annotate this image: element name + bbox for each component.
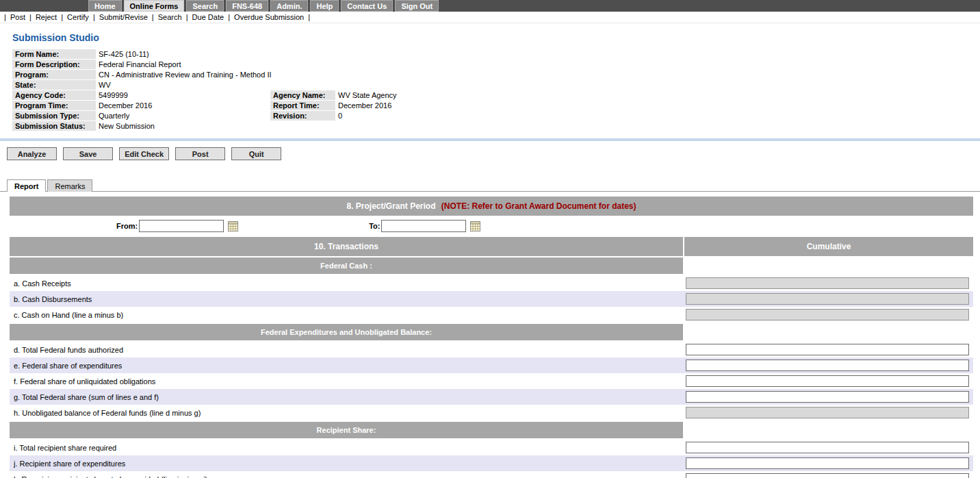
form-row: j. Recipient share of expenditures — [10, 455, 973, 471]
details-label: State: — [12, 80, 96, 90]
menu-item-post[interactable]: Post — [10, 13, 25, 21]
nav-item-contact-us[interactable]: Contact Us — [341, 0, 393, 12]
divider-rule — [0, 138, 980, 141]
menu-item-search[interactable]: Search — [158, 13, 182, 21]
cumulative-input[interactable] — [686, 360, 969, 371]
nav-item-online-forms[interactable]: Online Forms — [124, 0, 185, 12]
cumulative-input[interactable] — [686, 344, 969, 355]
row-label: a. Cash Receipts — [10, 279, 684, 288]
cumulative-input[interactable] — [686, 442, 969, 453]
details-label: Submission Type: — [12, 111, 96, 121]
toolbar: Analyze Save Edit Check Post Quit — [7, 147, 980, 160]
form-row: f. Federal share of unliquidated obligat… — [10, 373, 973, 389]
action-menubar: | Post | Reject | Certify | Submit/Revis… — [0, 12, 980, 23]
details-label: Revision: — [270, 111, 335, 121]
form-row: b. Cash Disbursements — [10, 291, 973, 307]
nav-item-help[interactable]: Help — [310, 0, 339, 12]
period-title: 8. Project/Grant Period — [346, 201, 435, 211]
transactions-header: 10. Transactions — [10, 237, 683, 256]
row-label: f. Federal share of unliquidated obligat… — [10, 377, 684, 386]
details-label: Agency Code: — [12, 90, 96, 101]
menu-item-certify[interactable]: Certify — [67, 13, 89, 21]
cumulative-input[interactable] — [686, 391, 969, 403]
nav-item-home[interactable]: Home — [88, 0, 122, 12]
post-button[interactable]: Post — [175, 147, 225, 160]
section-header-federal-expenditures: Federal Expenditures and Unobligated Bal… — [10, 324, 683, 340]
details-label: Report Time: — [270, 101, 335, 111]
page-title: Submission Studio — [12, 32, 980, 43]
cumulative-input[interactable] — [686, 473, 969, 478]
nav-item-fns-648[interactable]: FNS-648 — [226, 0, 268, 12]
row-label: g. Total Federal share (sum of lines e a… — [10, 393, 684, 401]
from-calendar-button[interactable] — [227, 221, 239, 232]
separator: | — [308, 13, 310, 21]
section-header-recipient-share: Recipient Share: — [10, 422, 683, 438]
details-value: December 2016 — [96, 101, 270, 111]
details-value: WV — [96, 80, 519, 90]
separator: | — [228, 13, 230, 21]
project-grant-period-header: 8. Project/Grant Period (NOTE: Refer to … — [10, 197, 973, 216]
details-label: Form Name: — [12, 49, 96, 60]
top-navigation: Home Online Forms Search FNS-648 Admin. … — [0, 0, 980, 12]
cumulative-input[interactable] — [686, 375, 969, 387]
details-value: SF-425 (10-11) — [96, 49, 519, 60]
menu-item-overdue-submission[interactable]: Overdue Submission — [234, 13, 304, 21]
cumulative-input — [686, 407, 969, 418]
details-label: Agency Name: — [270, 90, 335, 101]
nav-item-sign-out[interactable]: Sign Out — [395, 0, 439, 12]
details-value: Quarterly — [96, 111, 270, 121]
transactions-header-row: 10. Transactions Cumulative — [10, 237, 973, 256]
quit-button[interactable]: Quit — [231, 147, 281, 160]
tab-remarks[interactable]: Remarks — [47, 179, 92, 192]
details-label: Form Description: — [12, 60, 96, 70]
nav-item-admin[interactable]: Admin. — [270, 0, 308, 12]
section-header-federal-cash: Federal Cash : — [10, 257, 683, 274]
cumulative-input — [686, 277, 969, 289]
details-value: WV State Agency — [335, 90, 519, 101]
cumulative-input — [686, 293, 969, 305]
save-button[interactable]: Save — [63, 147, 113, 160]
menu-item-submit-revise[interactable]: Submit/Revise — [99, 13, 148, 21]
submission-details-table: Form Name: SF-425 (10-11) Form Descripti… — [12, 49, 519, 131]
row-label: i. Total recipient share required — [10, 444, 684, 452]
form-row: g. Total Federal share (sum of lines e a… — [10, 389, 973, 405]
row-label: j. Recipient share of expenditures — [10, 460, 684, 468]
report-panel: 8. Project/Grant Period (NOTE: Refer to … — [10, 197, 973, 478]
details-value: 0 — [335, 111, 519, 121]
details-value: New Submission — [96, 121, 519, 131]
details-row: Form Name: SF-425 (10-11) — [12, 49, 519, 60]
row-label: e. Federal share of expenditures — [10, 362, 684, 370]
separator: | — [93, 13, 95, 21]
to-date-input[interactable] — [381, 220, 466, 232]
details-label: Program Time: — [12, 101, 96, 111]
analyze-button[interactable]: Analyze — [7, 147, 57, 160]
nav-item-search[interactable]: Search — [186, 0, 224, 12]
menu-item-due-date[interactable]: Due Date — [192, 13, 224, 21]
row-label: h. Unobligated balance of Federal funds … — [10, 409, 684, 417]
separator: | — [152, 13, 154, 21]
from-date-input[interactable] — [139, 220, 224, 232]
tab-report[interactable]: Report — [7, 179, 46, 192]
cumulative-input — [686, 309, 969, 320]
form-row: k. Remaining recipient share to be provi… — [10, 471, 973, 478]
cumulative-input[interactable] — [686, 457, 969, 469]
edit-check-button[interactable]: Edit Check — [119, 147, 169, 160]
menu-item-reject[interactable]: Reject — [36, 13, 57, 21]
form-row: h. Unobligated balance of Federal funds … — [10, 405, 973, 420]
to-calendar-button[interactable] — [469, 221, 481, 232]
form-row: e. Federal share of expenditures — [10, 357, 973, 373]
details-value: CN - Administrative Review and Training … — [96, 70, 519, 80]
calendar-icon — [470, 221, 480, 231]
details-row: Form Description: Federal Financial Repo… — [12, 60, 519, 70]
row-label: c. Cash on Hand (line a minus b) — [10, 311, 684, 319]
details-row: Agency Code: 5499999 Agency Name: WV Sta… — [12, 90, 519, 101]
details-label: Program: — [12, 70, 96, 80]
row-label: d. Total Federal funds authorized — [10, 346, 684, 354]
row-label: k. Remaining recipient share to be provi… — [10, 475, 684, 478]
details-value: December 2016 — [335, 101, 519, 111]
details-row: Submission Type: Quarterly Revision: 0 — [12, 111, 519, 121]
calendar-icon — [228, 221, 238, 231]
from-label: From: — [116, 222, 138, 230]
form-row: c. Cash on Hand (line a minus b) — [10, 307, 973, 323]
details-label: Submission Status: — [12, 121, 96, 131]
